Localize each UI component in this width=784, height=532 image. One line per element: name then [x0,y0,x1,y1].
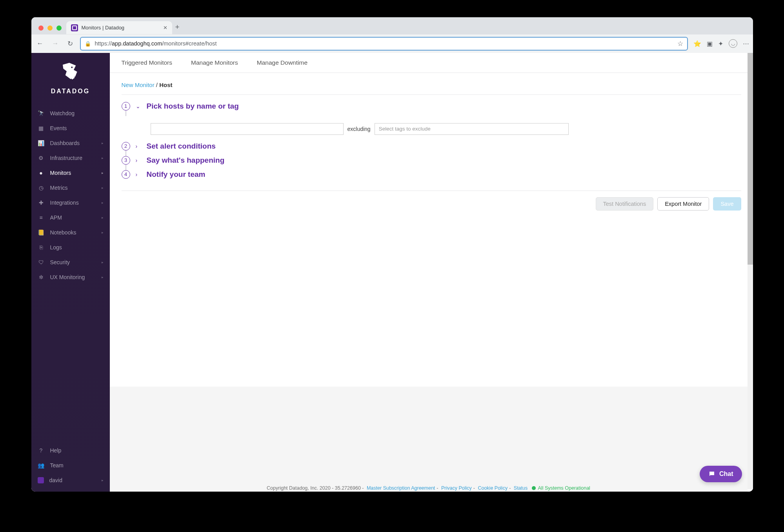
ux-icon: ✲ [38,274,45,280]
sidebar: DATADOG 🔭Watchdog ▦Events 📊Dashboards▸ ⚙… [31,53,110,492]
sidebar-item-integrations[interactable]: ✚Integrations▸ [31,195,110,210]
copyright: Copyright Datadog, Inc. 2020 - 35.272696… [267,485,364,491]
sidebar-item-label: Watchdog [50,110,75,116]
steps: 1 ⌄ Pick hosts by name or tag excluding [122,95,741,179]
sidebar-item-user[interactable]: david▸ [31,473,110,488]
sidebar-item-watchdog[interactable]: 🔭Watchdog [31,106,110,121]
scrollbar[interactable] [748,53,753,489]
maximize-window-icon[interactable] [56,25,62,31]
sidebar-item-monitors[interactable]: ●Monitors▸ [31,165,110,180]
puzzle-icon: ✚ [38,200,45,206]
address-bar[interactable]: 🔒 https://app.datadoghq.com/monitors#cre… [80,37,688,51]
step-title[interactable]: Say what's happening [147,156,225,165]
sidebar-item-dashboards[interactable]: 📊Dashboards▸ [31,136,110,151]
minimize-window-icon[interactable] [47,25,53,31]
excluding-label: excluding [347,126,371,132]
close-tab-icon[interactable]: × [164,24,167,32]
step-number: 4 [122,170,130,179]
sidebar-item-label: Security [50,259,70,265]
chevron-right-icon[interactable]: › [136,157,141,163]
footer-link[interactable]: Master Subscription Agreement [365,485,437,491]
chevron-right-icon: ▸ [102,478,104,482]
lock-icon: 🔒 [85,41,91,47]
sidebar-item-notebooks[interactable]: 📒Notebooks▸ [31,225,110,240]
profile-icon[interactable]: ◡ [729,39,737,48]
sidebar-item-label: Integrations [50,200,79,206]
close-window-icon[interactable] [38,25,44,31]
footer-link[interactable]: Status [512,485,529,491]
include-tags-input[interactable] [151,123,344,135]
chat-button[interactable]: Chat [700,466,742,482]
step-2: 2 › Set alert conditions [122,142,741,151]
sidebar-item-ux-monitoring[interactable]: ✲UX Monitoring▸ [31,270,110,285]
sidebar-item-label: UX Monitoring [50,274,85,280]
toolbar: ← → ↻ 🔒 https://app.datadoghq.com/monito… [31,34,753,53]
sidebar-item-label: Help [50,447,62,454]
export-monitor-button[interactable]: Export Monitor [657,197,709,211]
step-number: 3 [122,156,130,165]
shield-icon: 🛡 [38,259,45,265]
sidebar-item-logs[interactable]: ⎘Logs [31,240,110,255]
tab-manage-downtime[interactable]: Manage Downtime [257,59,307,66]
content: New Monitor / Host 1 ⌄ Pick hosts by nam… [110,73,753,222]
favorites-icon[interactable]: ⭐ [693,40,701,47]
book-icon: 📒 [38,229,45,236]
chevron-right-icon[interactable]: › [136,171,141,178]
chevron-right-icon[interactable]: › [136,143,141,149]
sidebar-item-events[interactable]: ▦Events [31,121,110,136]
footer: Copyright Datadog, Inc. 2020 - 35.272696… [110,485,748,491]
bookmark-icon[interactable]: ☆ [677,40,683,48]
sidebar-item-infrastructure[interactable]: ⚙Infrastructure▸ [31,151,110,165]
save-button[interactable]: Save [713,197,741,211]
back-button[interactable]: ← [35,38,45,49]
step-title[interactable]: Set alert conditions [147,142,216,151]
action-bar: Test Notifications Export Monitor Save [122,191,741,217]
sidebar-item-security[interactable]: 🛡Security▸ [31,255,110,270]
test-notifications-button[interactable]: Test Notifications [596,197,654,211]
sidebar-item-label: david [49,477,62,483]
step-1-body: excluding [122,116,741,142]
step-1: 1 ⌄ Pick hosts by name or tag [122,102,741,111]
sidebar-item-apm[interactable]: ≡APM▸ [31,210,110,225]
extensions-icon[interactable]: ✦ [718,40,723,47]
footer-link[interactable]: Cookie Policy [476,485,509,491]
new-tab-button[interactable]: + [175,23,180,34]
sidebar-item-metrics[interactable]: ◷Metrics▸ [31,180,110,195]
chevron-right-icon: ▸ [102,156,104,160]
tab-title: Monitors | Datadog [82,25,125,31]
reload-button[interactable]: ↻ [66,38,75,49]
more-icon[interactable]: ⋯ [743,40,749,47]
sidebar-item-help[interactable]: ?Help [31,443,110,458]
scrollbar-thumb[interactable] [748,53,753,265]
exclude-tags-input[interactable] [375,123,569,135]
chevron-right-icon: ▸ [102,201,104,205]
breadcrumb: New Monitor / Host [122,78,741,94]
logo[interactable]: DATADOG [31,53,110,100]
sidebar-item-label: APM [50,214,62,221]
step-title[interactable]: Pick hosts by name or tag [147,102,239,111]
datadog-favicon-icon [71,24,78,31]
chevron-right-icon: ▸ [102,275,104,279]
collections-icon[interactable]: ▣ [707,40,713,47]
step-4: 4 › Notify your team [122,170,741,179]
browser-tab[interactable]: Monitors | Datadog × [66,21,172,34]
breadcrumb-link[interactable]: New Monitor [122,82,155,88]
sidebar-item-label: Notebooks [50,229,76,236]
chevron-down-icon[interactable]: ⌄ [136,103,141,109]
host-filter-row: excluding [151,123,741,135]
forward-button[interactable]: → [51,38,60,49]
tab-manage-monitors[interactable]: Manage Monitors [191,59,238,66]
chart-icon: 📊 [38,140,45,146]
alert-icon: ● [38,170,45,176]
app: DATADOG 🔭Watchdog ▦Events 📊Dashboards▸ ⚙… [31,53,753,492]
footer-link[interactable]: Privacy Policy [440,485,473,491]
window-controls [36,25,66,34]
sidebar-item-label: Monitors [50,170,71,176]
sidebar-item-label: Team [50,462,64,468]
step-title[interactable]: Notify your team [147,170,206,179]
nav-bottom: ?Help 👥Team david▸ [31,443,110,492]
tab-triggered-monitors[interactable]: Triggered Monitors [122,59,173,66]
avatar-icon [38,477,44,483]
step-3: 3 › Say what's happening [122,156,741,165]
sidebar-item-team[interactable]: 👥Team [31,458,110,473]
